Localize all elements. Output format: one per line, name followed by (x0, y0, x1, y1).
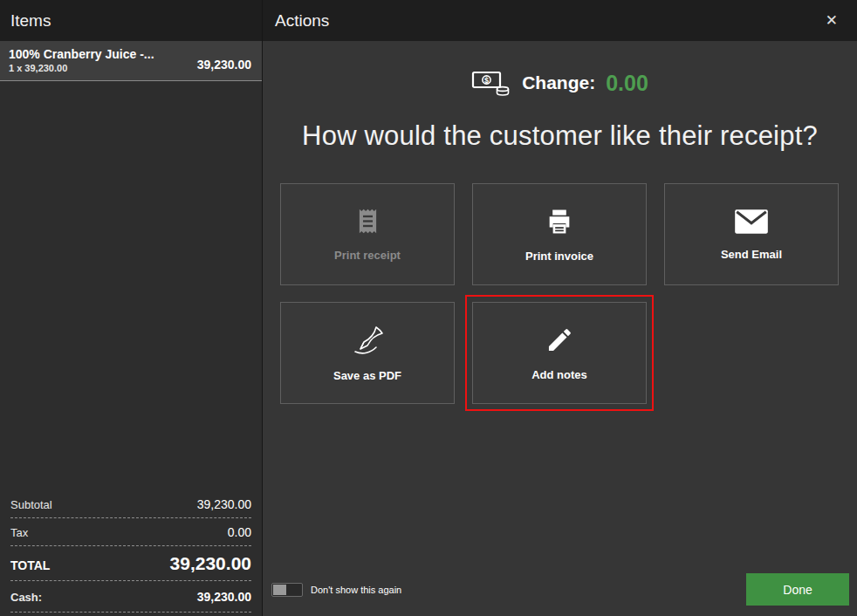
add-notes-button[interactable]: Add notes (472, 302, 647, 404)
dont-show-again-toggle[interactable] (271, 583, 303, 597)
receipt-icon (353, 207, 382, 236)
items-panel: Items 100% Cranberry Juice -... 1 x 39,2… (0, 0, 263, 616)
items-header: Items (0, 0, 262, 41)
svg-text:$: $ (484, 76, 489, 85)
close-icon: ✕ (826, 12, 838, 29)
tax-value: 0.00 (228, 525, 251, 539)
items-title: Items (10, 11, 51, 31)
receipt-question: How would the customer like their receip… (280, 120, 840, 152)
cart-item-row[interactable]: 100% Cranberry Juice -... 1 x 39,230.00 … (0, 41, 262, 81)
dont-show-again-label: Don't show this again (311, 585, 401, 595)
actions-content: $ Change: 0.00 How would the customer li… (263, 41, 857, 616)
money-cash-icon: $ (471, 69, 511, 97)
dont-show-again-group: Don't show this again (271, 583, 401, 597)
item-name: 100% Cranberry Juice -... (9, 47, 154, 61)
item-price: 39,230.00 (197, 49, 251, 72)
items-empty-area (0, 81, 262, 490)
email-icon (734, 209, 769, 235)
total-value: 39,230.00 (170, 553, 251, 574)
print-receipt-button[interactable]: Print receipt (280, 183, 455, 285)
print-invoice-label: Print invoice (525, 250, 593, 263)
change-label: Change: (522, 72, 595, 93)
subtotal-row: Subtotal 39,230.00 (10, 490, 251, 518)
cash-label: Cash: (10, 591, 42, 604)
action-buttons-grid: Print receipt Print invoice (280, 183, 840, 404)
subtotal-label: Subtotal (10, 498, 52, 511)
cash-value: 39,230.00 (197, 590, 251, 604)
send-email-label: Send Email (721, 248, 782, 261)
quill-pdf-icon (349, 325, 386, 356)
cash-row: Cash: 39,230.00 (10, 581, 251, 613)
print-receipt-label: Print receipt (334, 249, 401, 262)
done-button[interactable]: Done (746, 573, 849, 606)
actions-panel: Actions ✕ $ Change: 0.00 How would the c… (263, 0, 857, 616)
item-quantity-line: 1 x 39,230.00 (9, 63, 154, 73)
printer-icon (545, 207, 574, 236)
pencil-icon (545, 325, 574, 355)
close-button[interactable]: ✕ (819, 8, 845, 33)
subtotal-value: 39,230.00 (197, 497, 251, 511)
total-row: TOTAL 39,230.00 (10, 546, 251, 581)
send-email-button[interactable]: Send Email (664, 183, 839, 285)
order-summary: Subtotal 39,230.00 Tax 0.00 TOTAL 39,230… (0, 490, 262, 616)
tax-label: Tax (10, 526, 28, 539)
done-label: Done (783, 583, 812, 597)
change-value: 0.00 (606, 71, 648, 96)
item-info: 100% Cranberry Juice -... 1 x 39,230.00 (9, 47, 154, 73)
total-label: TOTAL (10, 558, 50, 572)
actions-title: Actions (275, 11, 329, 31)
print-invoice-button[interactable]: Print invoice (472, 183, 647, 285)
save-as-pdf-label: Save as PDF (333, 369, 401, 382)
actions-footer: Don't show this again Done (271, 573, 849, 606)
save-as-pdf-button[interactable]: Save as PDF (280, 302, 455, 404)
toggle-knob (273, 585, 286, 595)
tax-row: Tax 0.00 (10, 518, 251, 546)
add-notes-label: Add notes (531, 368, 587, 381)
change-row: $ Change: 0.00 (280, 69, 840, 97)
actions-header: Actions ✕ (263, 0, 857, 41)
